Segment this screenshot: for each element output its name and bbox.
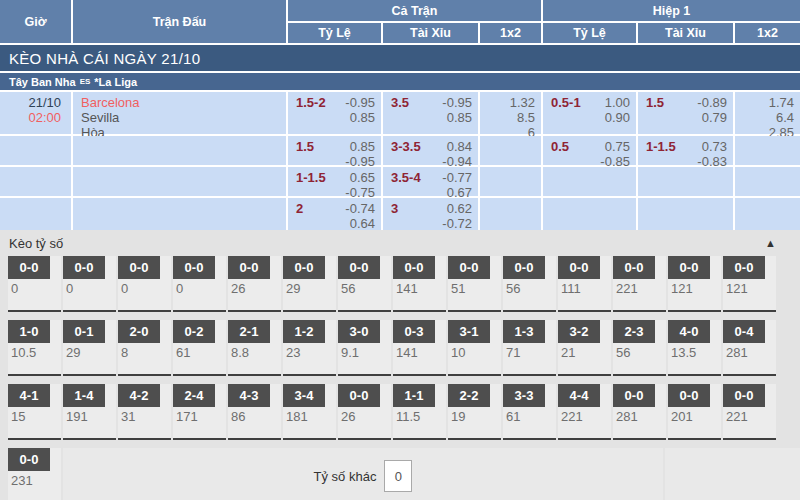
score-odds-value: 0: [63, 277, 73, 296]
score-odds-cell[interactable]: 2-18.8: [228, 320, 281, 376]
score-odds-cell[interactable]: 1-371: [503, 320, 556, 376]
odds-value: 1.00: [605, 95, 630, 110]
score-odds-cell[interactable]: 3-361: [503, 384, 556, 440]
odds-value: -0.89: [697, 95, 727, 110]
score-odds-cell[interactable]: 4-013.5: [668, 320, 721, 376]
col-header-match: Trận Đấu: [73, 0, 286, 43]
odds-cell-h1-1x2: [735, 167, 800, 196]
score-badge: 2-2: [448, 384, 490, 407]
score-odds-value: 8: [118, 341, 128, 360]
score-odds-cell[interactable]: 3-09.1: [338, 320, 391, 376]
score-odds-cell[interactable]: 2-08: [118, 320, 171, 376]
score-odds-cell[interactable]: 0-056: [503, 256, 556, 312]
odds-cell-ft-overunder[interactable]: 30.62-0.72: [383, 198, 478, 230]
score-odds-cell[interactable]: 0-0111: [558, 256, 611, 312]
col-header-ft-handicap: Tỷ Lệ: [288, 23, 381, 43]
odds-value: 0.85: [350, 139, 375, 154]
score-badge: 2-0: [118, 320, 160, 343]
odds-values: -0.770.67: [442, 170, 472, 196]
score-odds-cell[interactable]: 4-4221: [558, 384, 611, 440]
match-time-cell: [0, 136, 71, 165]
score-odds-cell[interactable]: 1-4191: [63, 384, 116, 440]
odds-cell-ft-overunder[interactable]: 3.5-4-0.770.67: [383, 167, 478, 196]
collapse-arrow-icon[interactable]: ▲: [765, 237, 776, 249]
handicap-line: 1.5: [646, 95, 664, 134]
odds-cell-h1-handicap[interactable]: 0.5-11.000.90: [543, 92, 636, 134]
score-odds-value: 61: [173, 341, 190, 360]
score-odds-cell[interactable]: 0-0231: [8, 448, 61, 500]
odds-cell-ft-overunder[interactable]: 3.5-0.950.85: [383, 92, 478, 134]
score-odds-cell[interactable]: 0-00: [173, 256, 226, 312]
away-team-name[interactable]: Sevilla: [81, 110, 286, 125]
score-odds-cell[interactable]: 4-115: [8, 384, 61, 440]
score-odds-cell[interactable]: 0-0121: [668, 256, 721, 312]
score-odds-cell[interactable]: 0-00: [63, 256, 116, 312]
score-odds-cell[interactable]: 0-3141: [393, 320, 446, 376]
score-badge: 1-2: [283, 320, 325, 343]
odds-cell-h1-1x2[interactable]: 1.746.42.85: [735, 92, 800, 134]
odds-cell-h1-1x2: [735, 136, 800, 165]
score-odds-cell[interactable]: 3-221: [558, 320, 611, 376]
odds-cell-ft-handicap[interactable]: 1.50.85-0.95: [288, 136, 381, 165]
score-odds-cell[interactable]: 1-010.5: [8, 320, 61, 376]
odds-cell-h1-overunder[interactable]: 1-1.50.73-0.83: [638, 136, 733, 165]
score-odds-cell[interactable]: 0-0201: [668, 384, 721, 440]
odds-cell-h1-handicap[interactable]: 0.50.75-0.85: [543, 136, 636, 165]
handicap-line: 3-3.5: [391, 139, 421, 165]
score-odds-cell[interactable]: 0-056: [338, 256, 391, 312]
score-odds-cell[interactable]: 1-223: [283, 320, 336, 376]
score-odds-value: 221: [613, 277, 638, 296]
home-team-name[interactable]: Barcelona: [81, 95, 286, 110]
score-odds-cell[interactable]: 1-111.5: [393, 384, 446, 440]
score-badge: 0-0: [63, 256, 105, 279]
score-badge: 0-0: [723, 384, 765, 407]
score-odds-cell[interactable]: 4-386: [228, 384, 281, 440]
handicap-line: 2: [296, 201, 303, 230]
score-odds-cell[interactable]: 0-00: [8, 256, 61, 312]
score-section-header: Kèo tỷ số ▲: [0, 230, 800, 256]
odds-cell-ft-handicap[interactable]: 2-0.740.64: [288, 198, 381, 230]
odds-cell-ft-overunder[interactable]: 3-3.50.84-0.94: [383, 136, 478, 165]
score-badge: 0-0: [613, 256, 655, 279]
score-odds-value: 56: [338, 277, 355, 296]
score-odds-value: 51: [448, 277, 465, 296]
odds-value: -0.95: [345, 95, 375, 110]
score-odds-cell[interactable]: 0-0281: [613, 384, 666, 440]
score-odds-cell[interactable]: 0-0221: [723, 384, 776, 440]
score-odds-value: 191: [63, 405, 88, 424]
score-odds-cell[interactable]: 4-231: [118, 384, 171, 440]
score-row: 4-1151-41914-2312-41714-3863-41810-0261-…: [8, 384, 800, 440]
score-odds-cell[interactable]: 0-029: [283, 256, 336, 312]
score-badge: 4-1: [8, 384, 50, 407]
odds-cell-ft-handicap[interactable]: 1-1.50.65-0.75: [288, 167, 381, 196]
odds-value: 0.79: [702, 110, 727, 125]
score-odds-cell[interactable]: 0-261: [173, 320, 226, 376]
score-badge: 1-4: [63, 384, 105, 407]
score-odds-cell[interactable]: 0-026: [338, 384, 391, 440]
score-odds-cell[interactable]: 2-219: [448, 384, 501, 440]
score-row: 0-0231Tỷ số khác: [8, 448, 800, 500]
odds-cell-h1-overunder[interactable]: 1.5-0.890.79: [638, 92, 733, 134]
handicap-line: 3.5-4: [391, 170, 421, 196]
other-score-input[interactable]: [384, 460, 412, 492]
odds-cell-ft-handicap[interactable]: 1.5-2-0.950.85: [288, 92, 381, 134]
col-group-first-half: Hiệp 1: [543, 0, 800, 21]
score-odds-cell[interactable]: 0-0141: [393, 256, 446, 312]
score-odds-cell[interactable]: 3-4181: [283, 384, 336, 440]
score-odds-value: 26: [338, 405, 355, 424]
score-odds-cell[interactable]: 0-129: [63, 320, 116, 376]
league-name: *La Liga: [94, 76, 137, 88]
score-odds-cell[interactable]: 0-051: [448, 256, 501, 312]
score-badge: 4-3: [228, 384, 270, 407]
score-badge: 0-0: [668, 256, 710, 279]
score-odds-cell[interactable]: 0-026: [228, 256, 281, 312]
score-odds-cell[interactable]: 0-4281: [723, 320, 776, 376]
score-odds-cell[interactable]: 0-0121: [723, 256, 776, 312]
score-odds-cell[interactable]: 0-0221: [613, 256, 666, 312]
score-odds-cell[interactable]: 3-110: [448, 320, 501, 376]
odds-values: 0.75-0.85: [600, 139, 630, 165]
score-odds-cell[interactable]: 0-00: [118, 256, 171, 312]
score-odds-cell[interactable]: 2-356: [613, 320, 666, 376]
score-odds-cell[interactable]: 2-4171: [173, 384, 226, 440]
odds-cell-ft-1x2[interactable]: 1.328.56: [480, 92, 541, 134]
